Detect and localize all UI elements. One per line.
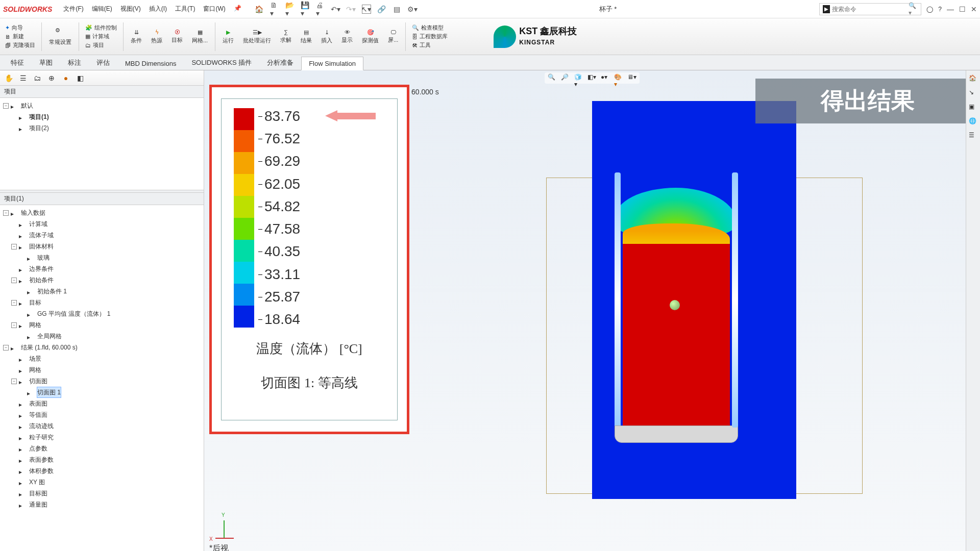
tree-node[interactable]: −▸默认 <box>3 100 201 111</box>
feature-tab[interactable]: Flow Simulation <box>301 57 363 70</box>
sphere-icon[interactable]: ● <box>61 73 70 83</box>
select-icon[interactable]: ↖▾ <box>362 5 371 14</box>
tree-node[interactable]: −▸网格 <box>3 319 201 331</box>
feature-tab[interactable]: SOLIDWORKS 插件 <box>184 55 259 70</box>
calc-domain-button[interactable]: ▦计算域 <box>85 33 117 40</box>
expand-icon[interactable]: − <box>11 244 17 249</box>
appearance-icon[interactable]: 🎨▾ <box>614 73 623 83</box>
axis-triad[interactable]: YX <box>213 515 239 541</box>
link-icon[interactable]: 🔗 <box>377 5 386 14</box>
wizard-button[interactable]: ✦向导 <box>5 24 35 32</box>
insert-button[interactable]: ⤓插入 <box>318 28 335 45</box>
expand-icon[interactable]: − <box>3 345 9 350</box>
analysis-tree[interactable]: −▸输入数据▸计算域▸流体子域−▸固体材料▸玻璃▸边界条件−▸初始条件▸初始条件… <box>0 205 204 551</box>
feature-tab[interactable]: 标注 <box>60 55 89 70</box>
expand-icon[interactable]: − <box>3 210 9 216</box>
tree-node[interactable]: ▸流动迹线 <box>3 420 201 432</box>
menu-tools[interactable]: 工具(T) <box>172 3 198 15</box>
target-icon[interactable]: ⊕ <box>47 73 56 83</box>
tree-node[interactable]: ▸项目(2) <box>3 122 201 134</box>
tree-node[interactable]: ▸XY 图 <box>3 477 201 488</box>
orient-icon[interactable]: 🧊▾ <box>574 73 583 83</box>
tree-node[interactable]: −▸固体材料 <box>3 241 201 252</box>
tree-node[interactable]: ▸表面参数 <box>3 454 201 465</box>
menu-view[interactable]: 视图(V) <box>117 3 144 15</box>
rs-home-icon[interactable]: 🏠 <box>969 74 978 84</box>
screen-button[interactable]: 🖵屏... <box>385 28 401 45</box>
redo-icon[interactable]: ↷▾ <box>347 5 356 14</box>
run-button[interactable]: ▶运行 <box>219 28 237 45</box>
tree-node[interactable]: ▸项目(1) <box>3 111 201 122</box>
menu-insert[interactable]: 插入(I) <box>146 3 170 15</box>
goal-button[interactable]: ⦿目标 <box>168 28 186 45</box>
rs-globe-icon[interactable]: 🌐 <box>969 117 978 127</box>
feature-tab[interactable]: MBD Dimensions <box>117 57 184 70</box>
expand-icon[interactable]: − <box>11 278 17 283</box>
heat-button[interactable]: ϟ热源 <box>148 28 165 45</box>
expand-icon[interactable]: − <box>11 379 17 384</box>
tree-node[interactable]: ▸全局网格 <box>3 331 201 342</box>
menu-edit[interactable]: 编辑(E) <box>89 3 115 15</box>
tree-node[interactable]: ▸通量图 <box>3 499 201 510</box>
eng-db-button[interactable]: 🗄工程数据库 <box>412 33 448 40</box>
search-input[interactable] <box>832 6 909 13</box>
expand-icon[interactable]: − <box>3 103 9 109</box>
tree-node[interactable]: ▸目标图 <box>3 488 201 499</box>
feature-tab[interactable]: 评估 <box>89 55 117 70</box>
menu-file[interactable]: 文件(F) <box>60 3 86 15</box>
open-icon[interactable]: 📂▾ <box>285 5 295 14</box>
tree-node[interactable]: −▸输入数据 <box>3 207 201 218</box>
tree-node[interactable]: ▸粒子研究 <box>3 432 201 443</box>
tree-node[interactable]: −▸切面图 <box>3 375 201 387</box>
expand-icon[interactable]: − <box>11 300 17 306</box>
tools-button[interactable]: 🛠工具 <box>412 41 448 49</box>
expand-icon[interactable]: − <box>11 322 17 328</box>
form-icon[interactable]: ▤ <box>393 5 402 14</box>
tree-node[interactable]: −▸初始条件 <box>3 274 201 286</box>
tree-node[interactable]: ▸点参数 <box>3 443 201 454</box>
project-button[interactable]: 🗂项目 <box>85 41 117 49</box>
tree-node[interactable]: ▸边界条件 <box>3 263 201 274</box>
cond-button[interactable]: ⇊条件 <box>128 28 145 45</box>
tree-node[interactable]: ▸切面图 1 <box>3 387 201 398</box>
maximize-button[interactable]: ☐ <box>959 5 966 13</box>
undo-icon[interactable]: ↶▾ <box>331 5 340 14</box>
new-icon[interactable]: 🗎▾ <box>270 5 279 14</box>
menu-pin-icon[interactable]: 📌 <box>231 3 244 15</box>
tree-node[interactable]: −▸结果 (1.fld, 60.000 s) <box>3 342 201 353</box>
tree-node[interactable]: ▸计算域 <box>3 218 201 230</box>
batch-run-button[interactable]: ☰▶批处理运行 <box>240 28 274 45</box>
tree-node[interactable]: −▸目标 <box>3 297 201 308</box>
check-model-button[interactable]: 🔍检查模型 <box>412 24 448 32</box>
search-dropdown-icon[interactable]: 🔍▾ <box>909 2 918 16</box>
feature-tab[interactable]: 特征 <box>3 55 32 70</box>
tree-node[interactable]: ▸网格 <box>3 364 201 375</box>
settings-icon[interactable]: ⚙▾ <box>408 5 417 14</box>
zoom-fit-icon[interactable]: 🔍 <box>548 73 557 83</box>
legend[interactable]: 83.7676.5269.2962.0554.8247.5840.3533.11… <box>221 98 398 420</box>
zoom-area-icon[interactable]: 🔎 <box>561 73 570 83</box>
clone-proj-button[interactable]: 🗐克隆项目 <box>5 41 35 49</box>
tree-node[interactable]: ▸初始条件 1 <box>3 286 201 297</box>
component-ctrl-button[interactable]: 🧩组件控制 <box>85 24 117 32</box>
solve-button[interactable]: ∑求解 <box>277 28 295 45</box>
user-icon[interactable]: ◯ <box>926 6 933 13</box>
scene-icon[interactable]: ●▾ <box>601 73 610 83</box>
config-icon[interactable]: 🗂 <box>33 73 42 83</box>
menu-window[interactable]: 窗口(W) <box>200 3 228 15</box>
tree-node[interactable]: ▸等值面 <box>3 409 201 420</box>
tree-node[interactable]: ▸体积参数 <box>3 465 201 477</box>
hand-icon[interactable]: ✋ <box>4 73 13 83</box>
mesh-button[interactable]: ▦网格... <box>189 28 211 45</box>
save-icon[interactable]: 💾▾ <box>301 5 310 14</box>
close-button[interactable]: ✕ <box>971 5 977 13</box>
display-style-icon[interactable]: ◧▾ <box>587 73 597 83</box>
tree-node[interactable]: ▸表面图 <box>3 398 201 409</box>
minimize-button[interactable]: — <box>947 5 954 13</box>
feature-tab[interactable]: 分析准备 <box>259 55 301 70</box>
probe-button[interactable]: 🎯探测值 <box>359 28 382 45</box>
render-icon[interactable]: 🖥▾ <box>627 73 636 83</box>
rs-arrow-icon[interactable]: ↘ <box>969 89 978 98</box>
rs-box-icon[interactable]: ▣ <box>969 103 978 112</box>
new-proj-button[interactable]: 🗎新建 <box>5 33 35 40</box>
